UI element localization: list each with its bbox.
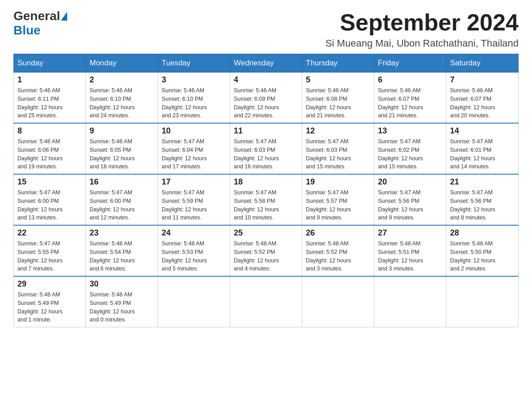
calendar-cell: 27Sunrise: 5:48 AMSunset: 5:51 PMDayligh… [374, 225, 446, 276]
day-header-friday: Friday [374, 54, 446, 73]
day-header-saturday: Saturday [446, 54, 519, 73]
day-info: Sunrise: 5:48 AMSunset: 5:52 PMDaylight:… [306, 240, 370, 273]
day-info: Sunrise: 5:46 AMSunset: 6:07 PMDaylight:… [450, 86, 515, 120]
calendar-cell [158, 276, 230, 327]
day-number: 24 [162, 228, 226, 238]
day-number: 4 [234, 75, 298, 85]
day-number: 26 [306, 228, 370, 238]
day-number: 3 [162, 75, 226, 85]
day-number: 13 [378, 126, 442, 136]
calendar-cell: 22Sunrise: 5:47 AMSunset: 5:55 PMDayligh… [14, 225, 86, 276]
day-number: 19 [306, 177, 370, 187]
day-number: 7 [450, 75, 515, 85]
day-number: 5 [306, 75, 370, 85]
calendar-cell: 30Sunrise: 5:48 AMSunset: 5:49 PMDayligh… [86, 276, 158, 327]
calendar-cell: 9Sunrise: 5:46 AMSunset: 6:05 PMDaylight… [86, 123, 158, 174]
day-number: 14 [450, 126, 515, 136]
title-area: September 2024 Si Mueang Mai, Ubon Ratch… [326, 9, 519, 49]
calendar-cell: 24Sunrise: 5:48 AMSunset: 5:53 PMDayligh… [158, 225, 230, 276]
calendar-cell: 23Sunrise: 5:48 AMSunset: 5:54 PMDayligh… [86, 225, 158, 276]
day-info: Sunrise: 5:46 AMSunset: 6:10 PMDaylight:… [90, 86, 154, 120]
day-info: Sunrise: 5:48 AMSunset: 5:50 PMDaylight:… [450, 240, 515, 273]
day-number: 16 [90, 177, 154, 187]
calendar-cell: 14Sunrise: 5:47 AMSunset: 6:01 PMDayligh… [446, 123, 519, 174]
day-info: Sunrise: 5:47 AMSunset: 6:03 PMDaylight:… [234, 137, 298, 171]
calendar-cell: 11Sunrise: 5:47 AMSunset: 6:03 PMDayligh… [230, 123, 302, 174]
day-info: Sunrise: 5:47 AMSunset: 5:59 PMDaylight:… [162, 188, 226, 222]
calendar-cell: 8Sunrise: 5:46 AMSunset: 6:06 PMDaylight… [14, 123, 86, 174]
day-number: 6 [378, 75, 442, 85]
calendar-cell [446, 276, 519, 327]
day-number: 22 [17, 228, 82, 238]
day-info: Sunrise: 5:47 AMSunset: 5:58 PMDaylight:… [234, 188, 298, 222]
calendar-cell [302, 276, 374, 327]
week-row-4: 22Sunrise: 5:47 AMSunset: 5:55 PMDayligh… [14, 225, 519, 276]
day-info: Sunrise: 5:47 AMSunset: 6:03 PMDaylight:… [306, 137, 370, 171]
calendar-cell: 4Sunrise: 5:46 AMSunset: 6:09 PMDaylight… [230, 73, 302, 124]
calendar-cell: 17Sunrise: 5:47 AMSunset: 5:59 PMDayligh… [158, 174, 230, 225]
day-number: 11 [234, 126, 298, 136]
day-info: Sunrise: 5:48 AMSunset: 5:52 PMDaylight:… [234, 240, 298, 273]
calendar-cell: 6Sunrise: 5:46 AMSunset: 6:07 PMDaylight… [374, 73, 446, 124]
day-number: 23 [90, 228, 154, 238]
day-number: 1 [17, 75, 82, 85]
day-info: Sunrise: 5:48 AMSunset: 5:49 PMDaylight:… [90, 291, 154, 324]
calendar-cell: 5Sunrise: 5:46 AMSunset: 6:08 PMDaylight… [302, 73, 374, 124]
day-info: Sunrise: 5:47 AMSunset: 5:57 PMDaylight:… [306, 188, 370, 222]
day-number: 29 [17, 279, 82, 289]
day-info: Sunrise: 5:47 AMSunset: 5:55 PMDaylight:… [17, 240, 82, 273]
day-info: Sunrise: 5:47 AMSunset: 6:02 PMDaylight:… [378, 137, 442, 171]
month-title: September 2024 [326, 9, 519, 36]
day-number: 15 [17, 177, 82, 187]
calendar-cell: 25Sunrise: 5:48 AMSunset: 5:52 PMDayligh… [230, 225, 302, 276]
week-row-1: 1Sunrise: 5:46 AMSunset: 6:11 PMDaylight… [14, 73, 519, 124]
day-number: 27 [378, 228, 442, 238]
calendar-table: SundayMondayTuesdayWednesdayThursdayFrid… [13, 54, 519, 327]
day-number: 30 [90, 279, 154, 289]
week-row-5: 29Sunrise: 5:48 AMSunset: 5:49 PMDayligh… [14, 276, 519, 327]
calendar-cell: 2Sunrise: 5:46 AMSunset: 6:10 PMDaylight… [86, 73, 158, 124]
calendar-cell [374, 276, 446, 327]
day-header-sunday: Sunday [14, 54, 86, 73]
day-info: Sunrise: 5:48 AMSunset: 5:53 PMDaylight:… [162, 240, 226, 273]
logo-triangle-icon [61, 12, 67, 21]
day-header-tuesday: Tuesday [158, 54, 230, 73]
logo: General Blue [13, 9, 67, 38]
day-number: 25 [234, 228, 298, 238]
day-info: Sunrise: 5:47 AMSunset: 5:56 PMDaylight:… [450, 188, 515, 222]
day-number: 18 [234, 177, 298, 187]
day-info: Sunrise: 5:47 AMSunset: 6:04 PMDaylight:… [162, 137, 226, 171]
day-info: Sunrise: 5:46 AMSunset: 6:06 PMDaylight:… [17, 137, 82, 171]
calendar-cell: 29Sunrise: 5:48 AMSunset: 5:49 PMDayligh… [14, 276, 86, 327]
week-row-2: 8Sunrise: 5:46 AMSunset: 6:06 PMDaylight… [14, 123, 519, 174]
calendar-cell: 12Sunrise: 5:47 AMSunset: 6:03 PMDayligh… [302, 123, 374, 174]
day-info: Sunrise: 5:48 AMSunset: 5:54 PMDaylight:… [90, 240, 154, 273]
day-info: Sunrise: 5:46 AMSunset: 6:07 PMDaylight:… [378, 86, 442, 120]
day-number: 2 [90, 75, 154, 85]
calendar-cell: 28Sunrise: 5:48 AMSunset: 5:50 PMDayligh… [446, 225, 519, 276]
day-info: Sunrise: 5:47 AMSunset: 5:56 PMDaylight:… [378, 188, 442, 222]
calendar-cell: 26Sunrise: 5:48 AMSunset: 5:52 PMDayligh… [302, 225, 374, 276]
logo-general-text: General [13, 9, 60, 23]
day-header-monday: Monday [86, 54, 158, 73]
header: General Blue September 2024 Si Mueang Ma… [13, 9, 519, 49]
day-number: 17 [162, 177, 226, 187]
day-info: Sunrise: 5:46 AMSunset: 6:09 PMDaylight:… [234, 86, 298, 120]
logo-blue-text: Blue [13, 23, 41, 38]
day-number: 20 [378, 177, 442, 187]
day-info: Sunrise: 5:48 AMSunset: 5:49 PMDaylight:… [17, 291, 82, 324]
calendar-cell: 19Sunrise: 5:47 AMSunset: 5:57 PMDayligh… [302, 174, 374, 225]
day-number: 9 [90, 126, 154, 136]
calendar-cell: 15Sunrise: 5:47 AMSunset: 6:00 PMDayligh… [14, 174, 86, 225]
day-number: 10 [162, 126, 226, 136]
day-info: Sunrise: 5:47 AMSunset: 6:00 PMDaylight:… [17, 188, 82, 222]
day-number: 8 [17, 126, 82, 136]
calendar-cell: 1Sunrise: 5:46 AMSunset: 6:11 PMDaylight… [14, 73, 86, 124]
day-header-wednesday: Wednesday [230, 54, 302, 73]
day-info: Sunrise: 5:46 AMSunset: 6:05 PMDaylight:… [90, 137, 154, 171]
calendar-cell: 10Sunrise: 5:47 AMSunset: 6:04 PMDayligh… [158, 123, 230, 174]
calendar-cell [230, 276, 302, 327]
calendar-cell: 16Sunrise: 5:47 AMSunset: 6:00 PMDayligh… [86, 174, 158, 225]
calendar-cell: 20Sunrise: 5:47 AMSunset: 5:56 PMDayligh… [374, 174, 446, 225]
week-row-3: 15Sunrise: 5:47 AMSunset: 6:00 PMDayligh… [14, 174, 519, 225]
